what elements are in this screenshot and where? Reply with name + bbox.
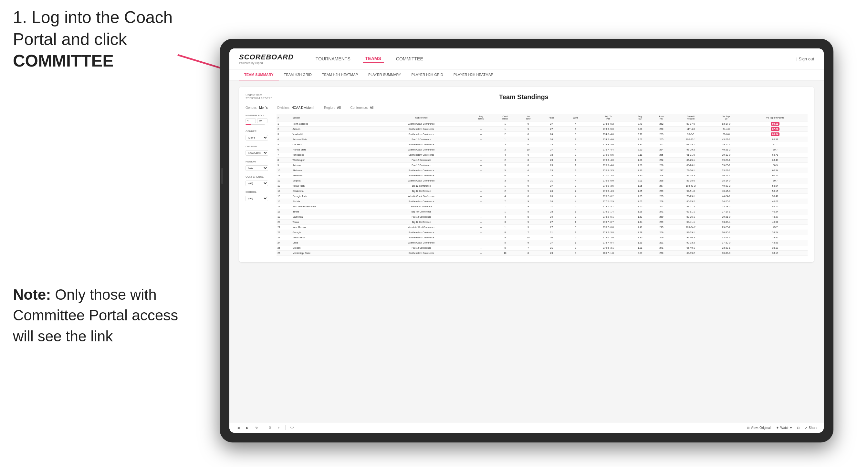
sub-nav-team-h2h-grid[interactable]: TEAM H2H GRID (279, 69, 317, 81)
cell-vs-top50: 60.71 (743, 173, 808, 178)
sub-nav-player-h2h-heatmap[interactable]: PLAYER H2H HEATMAP (448, 69, 498, 81)
division-select[interactable]: NCAA Division I (246, 150, 268, 156)
note-text: Note: Only those with Committee Portal a… (13, 284, 200, 346)
tablet-side-button (221, 168, 223, 184)
content-layout: Minimum Rou... Gender (246, 114, 808, 256)
cell-avg-sg: 1.44 (629, 220, 651, 225)
toolbar-add-icon[interactable]: + (276, 425, 281, 430)
cell-adj: 277.5 -2.9 (588, 199, 629, 204)
cell-school: Arizona (291, 163, 374, 168)
region-select[interactable]: N/A (246, 165, 268, 171)
cell-conference: Southeastern Conference (374, 132, 469, 137)
cell-avg-sg: 2.01 (629, 178, 651, 183)
col-wins: Wins (564, 114, 587, 121)
cell-adj: 275.9 -5.5 (588, 152, 629, 158)
cell-overall: 96-29-2 (672, 147, 710, 152)
cell-overall: 90-33-2 (672, 240, 710, 245)
toolbar-divider1 (263, 425, 263, 430)
cell-vs-top50: 86.64 (743, 132, 808, 137)
sub-nav-player-summary[interactable]: PLAYER SUMMARY (363, 69, 406, 81)
watch-btn[interactable]: 👁 Watch ▾ (776, 426, 792, 430)
cell-avg-sg: 2.52 (629, 137, 651, 142)
region-label: Region: (324, 106, 335, 110)
col-reg-rank: RegRank (469, 114, 493, 121)
min-rounds-input2[interactable] (257, 118, 268, 123)
cell-overall: 87-21-2 (672, 204, 710, 209)
cell-adj: 277.0 -3.8 (588, 173, 629, 178)
cell-conference: Big Ten Conference (374, 209, 469, 214)
cell-wins: 4 (564, 121, 587, 127)
cell-reg-rank: — (469, 240, 493, 245)
scoreboard-logo: SCOREBOARD Powered by clippd (239, 53, 293, 65)
table-row: 16 Florida Southeastern Conference — 7 9… (277, 199, 808, 204)
cell-avg-sg: 1.39 (629, 240, 651, 245)
sub-nav-team-summary[interactable]: TEAM SUMMARY (239, 69, 279, 81)
min-rounds-slider[interactable] (246, 124, 265, 125)
cell-avg-sg: 1.63 (629, 199, 651, 204)
cell-wins: 2 (564, 189, 587, 194)
toolbar-forward-icon[interactable]: ▶ (245, 425, 250, 430)
cell-wins: 2 (564, 183, 587, 189)
nav-teams[interactable]: TEAMS (363, 55, 384, 63)
cell-reg-rank: — (469, 152, 493, 158)
table-header-row: # School Conference RegRank ConfRank NoT… (277, 114, 808, 121)
gender-select[interactable]: Men's (246, 135, 268, 141)
cell-overall: 83-15-0 (672, 178, 710, 183)
view-original-icon: ⊞ (747, 426, 749, 430)
cell-low: 269 (651, 235, 672, 240)
toolbar-info-icon[interactable]: ⓘ (289, 425, 294, 430)
share-btn[interactable]: ↗ Share (805, 426, 817, 430)
cell-conf-rank: 1 (493, 225, 517, 230)
cell-wins: 2 (564, 235, 587, 240)
cell-conf-rank: 4 (493, 214, 517, 220)
view-original-btn[interactable]: ⊞ View: Original (747, 426, 771, 430)
cell-school: Auburn (291, 127, 374, 132)
logo-main: SCOREBOARD (239, 53, 293, 61)
nav-tournaments[interactable]: TOURNAMENTS (313, 55, 353, 63)
cell-vs-top25: 29-19-0 (709, 152, 743, 158)
cell-overall: 60-39-2 (672, 251, 710, 256)
cell-vs-top50: 33.13 (743, 251, 808, 256)
cell-avg-sg: 1.98 (629, 163, 651, 168)
cell-conf-rank: 6 (493, 173, 517, 178)
cell-adj: 276.9 -3.5 (588, 183, 629, 189)
school-select[interactable]: (All) (246, 196, 268, 201)
cell-vs-top25: 29-25-2 (709, 225, 743, 230)
cell-vs-top50: 68.71 (743, 152, 808, 158)
cell-reg-rank: — (469, 214, 493, 220)
cell-no-tour: 8 (517, 251, 539, 256)
cell-rank: 18 (277, 209, 291, 214)
cell-wins: 1 (564, 220, 587, 225)
cell-adj: 275.7 -4.4 (588, 147, 629, 152)
cell-conf-rank: 1 (493, 204, 517, 209)
cell-overall: 61-21-0 (672, 152, 710, 158)
toolbar-back-icon[interactable]: ◀ (236, 425, 241, 430)
table-row: 1 North Carolina Atlantic Coast Conferen… (277, 121, 808, 127)
cell-no-tour: 8 (517, 214, 539, 220)
min-rounds-input1[interactable] (246, 118, 256, 123)
cell-conference: Pac-12 Conference (374, 137, 469, 142)
toolbar-refresh-icon[interactable]: ↻ (254, 425, 259, 430)
toolbar-copy-icon[interactable]: ⧉ (267, 425, 272, 430)
cell-conference: Southeastern Conference (374, 235, 469, 240)
cell-overall: 117-4-0 (672, 127, 710, 132)
sub-nav-team-h2h-heatmap[interactable]: TEAM H2H HEATMAP (317, 69, 363, 81)
cell-no-tour: 8 (517, 178, 539, 183)
cell-low: 260 (651, 127, 672, 132)
crop-btn[interactable]: ⊡ (797, 426, 800, 430)
cell-no-tour: 10 (517, 147, 539, 152)
cell-overall: 97-51-0 (672, 189, 710, 194)
conference-select[interactable]: (All) (246, 181, 268, 186)
cell-low: 268 (651, 163, 672, 168)
col-no-tour: NoTour (517, 114, 539, 121)
sub-nav: TEAM SUMMARY TEAM H2H GRID TEAM H2H HEAT… (229, 69, 824, 81)
sign-out-link[interactable]: | Sign out (796, 57, 814, 61)
cell-conf-rank: 5 (493, 245, 517, 251)
sub-nav-player-h2h-grid[interactable]: PLAYER H2H GRID (406, 69, 448, 81)
cell-no-tour: 8 (517, 194, 539, 199)
nav-committee[interactable]: COMMITTEE (394, 55, 426, 63)
cell-reg-rank: — (469, 183, 493, 189)
cell-conference: Southeastern Conference (374, 230, 469, 235)
eye-icon: 👁 (776, 426, 779, 430)
bottom-toolbar: ◀ ▶ ↻ ⧉ + ⓘ ⊞ View: Original 👁 Watch ▾ (229, 422, 824, 433)
